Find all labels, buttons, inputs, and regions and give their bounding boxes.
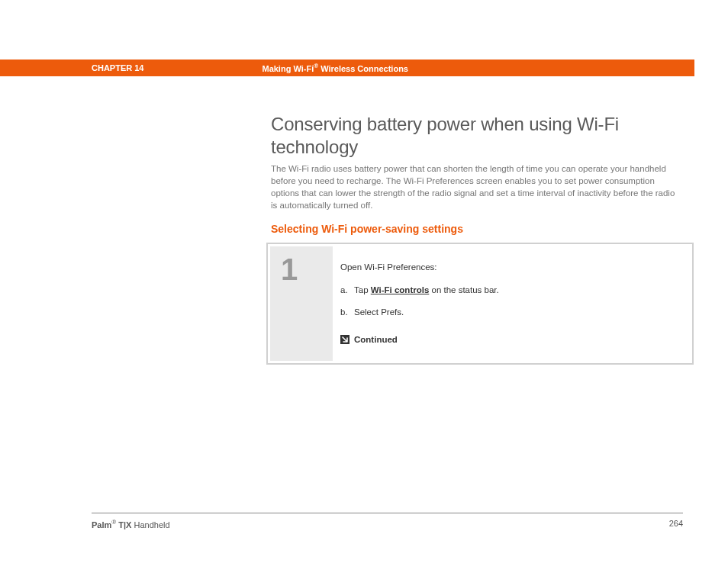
step-number: 1 [281, 254, 333, 285]
chapter-header-bar: CHAPTER 14 Making Wi-Fi® Wireless Connec… [0, 60, 694, 76]
section-subhead: Selecting Wi-Fi power-saving settings [271, 223, 463, 235]
footer-brand-a: Palm [92, 520, 111, 529]
body-paragraph: The Wi-Fi radio uses battery power that … [271, 162, 679, 211]
footer-product: Palm® T|X Handheld [92, 519, 170, 529]
step-b-letter: b. [340, 305, 354, 319]
chapter-title-prefix: Making Wi-Fi [262, 64, 314, 73]
step-b-text: Select Prefs. [354, 307, 404, 317]
footer-rule [92, 513, 683, 513]
chapter-title: Making Wi-Fi® Wireless Connections [262, 63, 408, 73]
step-a-pre: Tap [354, 285, 371, 294]
step-a-letter: a. [340, 283, 354, 297]
continued-label: Continued [354, 333, 398, 346]
step-number-column: 1 [270, 246, 333, 361]
chapter-label: CHAPTER 14 [92, 63, 143, 72]
step-content: Open Wi-Fi Preferences: a.Tap Wi-Fi cont… [333, 246, 690, 361]
continued-arrow-icon [340, 335, 350, 344]
page-number: 264 [669, 519, 683, 529]
step-a-post: on the status bar. [429, 285, 498, 294]
wifi-controls-link[interactable]: Wi-Fi controls [371, 285, 430, 294]
page-title: Conserving battery power when using Wi-F… [271, 113, 675, 159]
step-box: 1 Open Wi-Fi Preferences: a.Tap Wi-Fi co… [266, 243, 694, 365]
footer-brand-b: T|X [116, 520, 131, 529]
step-item-a: a.Tap Wi-Fi controls on the status bar. [340, 283, 676, 297]
continued-row: Continued [340, 333, 676, 346]
footer: Palm® T|X Handheld 264 [92, 519, 683, 529]
step-intro: Open Wi-Fi Preferences: [340, 260, 676, 274]
footer-brand-c: Handheld [131, 520, 169, 529]
chapter-title-suffix: Wireless Connections [318, 64, 408, 73]
step-item-b: b.Select Prefs. [340, 305, 676, 319]
